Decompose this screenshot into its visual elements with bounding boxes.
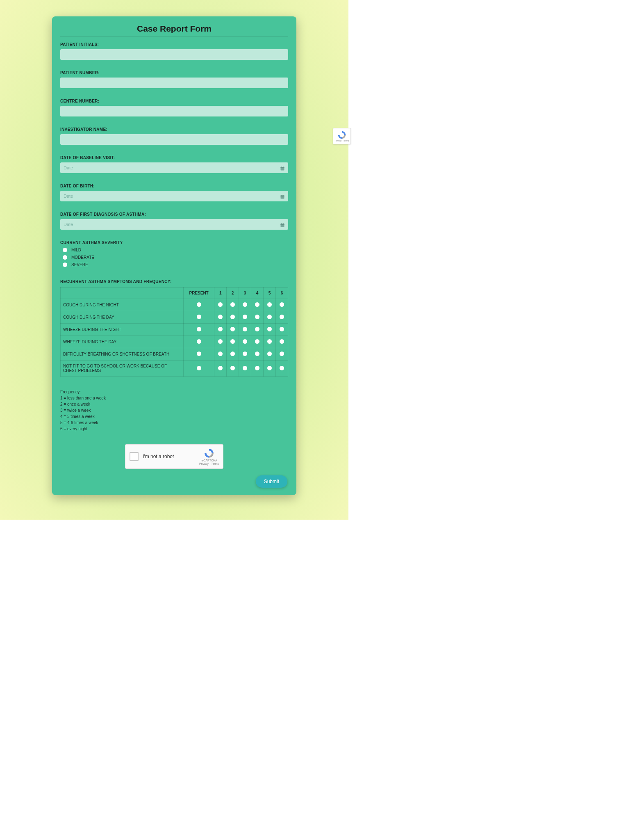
legend-line: 1 = less than one a week — [60, 395, 288, 401]
matrix-radio[interactable] — [280, 327, 284, 331]
matrix-radio[interactable] — [197, 302, 201, 307]
radio-label: MILD — [71, 248, 81, 252]
recaptcha-text: I'm not a robot — [143, 454, 195, 459]
matrix-col-header: 5 — [264, 288, 276, 299]
matrix-radio[interactable] — [267, 352, 272, 356]
matrix-radio[interactable] — [218, 352, 223, 356]
matrix-radio[interactable] — [197, 315, 201, 319]
legend-line: 3 = twice a week — [60, 407, 288, 413]
label-date-baseline: DATE OF BASELINE VISIT: — [60, 155, 288, 160]
recaptcha-checkbox[interactable] — [130, 452, 139, 461]
investigator-name-input[interactable] — [60, 134, 288, 145]
date-birth-input[interactable] — [60, 191, 288, 201]
matrix-radio[interactable] — [230, 339, 235, 344]
recaptcha-logo-icon: reCAPTCHAPrivacy - Terms — [199, 448, 219, 465]
label-date-diagnosis: DATE OF FIRST DIAGNOSIS OF ASTHMA: — [60, 212, 288, 217]
matrix-row-label: WHEEZE DURING THE NIGHT — [61, 324, 184, 336]
matrix-col-header: 6 — [275, 288, 288, 299]
date-baseline-input[interactable] — [60, 162, 288, 173]
matrix-radio[interactable] — [255, 339, 259, 344]
submit-button[interactable]: Submit — [256, 475, 287, 488]
matrix-radio[interactable] — [218, 315, 223, 319]
matrix-radio[interactable] — [280, 352, 284, 356]
radio-icon — [63, 255, 67, 260]
matrix-radio[interactable] — [218, 366, 223, 370]
radio-label: SEVERE — [71, 262, 88, 267]
matrix-radio[interactable] — [267, 327, 272, 331]
patient-number-input[interactable] — [60, 78, 288, 88]
svg-rect-2 — [282, 167, 282, 168]
matrix-radio[interactable] — [280, 315, 284, 319]
matrix-radio[interactable] — [255, 302, 259, 307]
patient-initials-input[interactable] — [60, 49, 288, 60]
radio-mild[interactable]: MILD — [63, 248, 288, 252]
matrix-radio[interactable] — [267, 315, 272, 319]
matrix-row-label: DIFFICULTY BREATHING OR SHORTNESS OF BRE… — [61, 348, 184, 361]
label-severity: CURRENT ASTHMA SEVERITY — [60, 240, 288, 245]
date-diagnosis-input[interactable] — [60, 219, 288, 230]
matrix-radio[interactable] — [243, 352, 247, 356]
recaptcha-box[interactable]: I'm not a robot reCAPTCHAPrivacy - Terms — [125, 444, 223, 469]
label-matrix: RECURRENT ASTHMA SYMPTOMS AND FREQUENCY: — [60, 279, 288, 284]
matrix-radio[interactable] — [243, 302, 247, 307]
matrix-radio[interactable] — [197, 327, 201, 331]
matrix-radio[interactable] — [255, 366, 259, 370]
svg-rect-9 — [281, 224, 284, 225]
calendar-icon[interactable] — [280, 194, 285, 199]
centre-number-input[interactable] — [60, 106, 288, 116]
legend-line: 6 = every night — [60, 426, 288, 432]
matrix-row-label: COUGH DURING THE DAY — [61, 311, 184, 324]
svg-rect-3 — [283, 167, 284, 168]
radio-label: MODERATE — [71, 255, 94, 260]
matrix-radio[interactable] — [267, 339, 272, 344]
radio-icon — [63, 248, 67, 252]
matrix-radio[interactable] — [218, 327, 223, 331]
matrix-radio[interactable] — [218, 302, 223, 307]
matrix-radio[interactable] — [243, 315, 247, 319]
matrix-radio[interactable] — [197, 352, 201, 356]
svg-rect-1 — [281, 167, 284, 169]
label-date-birth: DATE OF BIRTH: — [60, 184, 288, 188]
matrix-radio[interactable] — [197, 366, 201, 370]
symptom-matrix: RECURRENT ASTHMA SYMPTOMS AND FREQUENCY:… — [60, 279, 288, 377]
matrix-radio[interactable] — [230, 366, 235, 370]
svg-rect-11 — [283, 223, 284, 224]
form-card: Case Report Form PATIENT INITIALS: PATIE… — [52, 16, 296, 495]
matrix-col-header: PRESENT — [184, 288, 214, 299]
label-patient-number: PATIENT NUMBER: — [60, 71, 288, 75]
matrix-radio[interactable] — [280, 339, 284, 344]
matrix-radio[interactable] — [255, 315, 259, 319]
matrix-col-header: 2 — [227, 288, 239, 299]
svg-rect-6 — [282, 195, 282, 196]
svg-rect-5 — [281, 196, 284, 197]
matrix-radio[interactable] — [267, 366, 272, 370]
matrix-radio[interactable] — [255, 327, 259, 331]
matrix-radio[interactable] — [197, 339, 201, 344]
legend-line: 5 = 4-6 times a week — [60, 420, 288, 426]
radio-moderate[interactable]: MODERATE — [63, 255, 288, 260]
matrix-radio[interactable] — [243, 366, 247, 370]
matrix-radio[interactable] — [280, 366, 284, 370]
table-row: NOT FIT TO GO TO SCHOOL OR WORK BECAUSE … — [61, 361, 288, 377]
matrix-radio[interactable] — [243, 339, 247, 344]
matrix-radio[interactable] — [280, 302, 284, 307]
radio-severe[interactable]: SEVERE — [63, 262, 288, 267]
table-row: COUGH DURING THE DAY — [61, 311, 288, 324]
matrix-radio[interactable] — [218, 339, 223, 344]
matrix-radio[interactable] — [230, 315, 235, 319]
matrix-radio[interactable] — [267, 302, 272, 307]
label-patient-initials: PATIENT INITIALS: — [60, 42, 288, 47]
label-centre-number: CENTRE NUMBER: — [60, 99, 288, 103]
radio-icon — [63, 262, 67, 267]
matrix-radio[interactable] — [243, 327, 247, 331]
matrix-radio[interactable] — [230, 302, 235, 307]
frequency-legend: Frequency: 1 = less than one a week 2 = … — [60, 389, 288, 432]
matrix-radio[interactable] — [255, 352, 259, 356]
severity-group: CURRENT ASTHMA SEVERITY MILD MODERATE SE… — [60, 240, 288, 267]
table-row: COUGH DURING THE NIGHT — [61, 299, 288, 311]
calendar-icon[interactable] — [280, 165, 285, 170]
matrix-radio[interactable] — [230, 352, 235, 356]
matrix-radio[interactable] — [230, 327, 235, 331]
calendar-icon[interactable] — [280, 222, 285, 227]
recaptcha-badge[interactable]: Privacy - Terms — [333, 128, 351, 144]
